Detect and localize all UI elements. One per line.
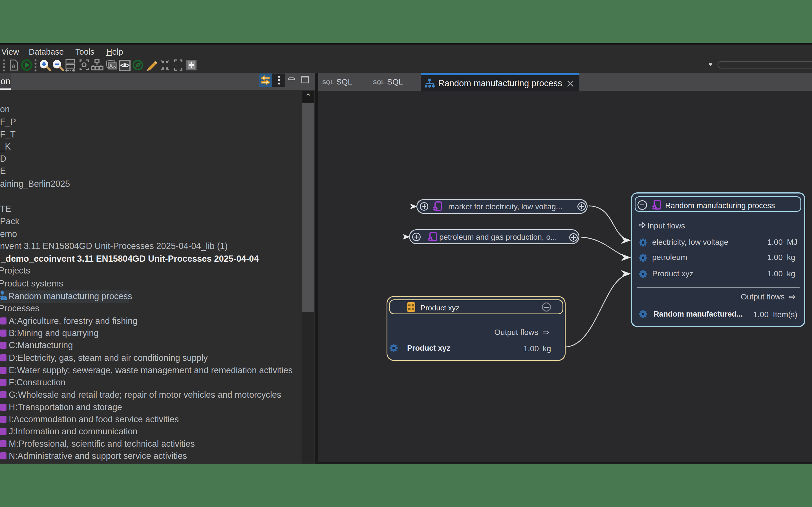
- svg-text:a: a: [12, 62, 15, 69]
